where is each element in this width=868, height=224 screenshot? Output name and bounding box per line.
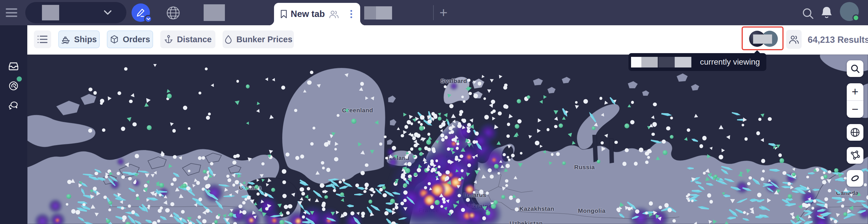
users-icon xyxy=(789,35,799,44)
chat-bubbles-icon xyxy=(8,101,19,110)
new-tab-button[interactable]: + xyxy=(435,4,452,21)
map-canvas[interactable]: SvalbardGreenlandIcelandSwedenNorwayUnit… xyxy=(27,55,868,224)
notifications-button[interactable] xyxy=(820,6,833,20)
user-avatar[interactable] xyxy=(840,2,859,21)
ship-icon xyxy=(61,35,70,44)
tab-menu-button[interactable] xyxy=(349,8,354,20)
sidebar-item-radar[interactable] xyxy=(7,79,20,93)
radar-status-dot xyxy=(17,76,22,82)
chevron-down-icon xyxy=(104,10,112,15)
top-bar: New tab + xyxy=(0,0,868,25)
globe-icon xyxy=(850,127,860,137)
map-search-button[interactable] xyxy=(847,60,863,77)
viewer-name-redacted xyxy=(658,57,675,67)
redacted-topbar-item xyxy=(364,6,392,20)
search-icon xyxy=(801,7,814,20)
lasso-select-button[interactable] xyxy=(847,170,863,187)
bookmark-icon xyxy=(280,10,287,19)
bell-icon xyxy=(820,6,833,20)
filter-bunker-prices-button[interactable]: Bunker Prices xyxy=(223,30,294,48)
filter-distance-button[interactable]: Distance xyxy=(160,30,215,48)
tab-divider xyxy=(433,5,434,20)
zoom-in-button[interactable]: + xyxy=(847,83,863,100)
anchor-icon xyxy=(164,35,173,44)
map-toolbar: Ships Orders Distance Bunker Prices 64,2… xyxy=(27,25,868,55)
droplet-icon xyxy=(224,35,232,44)
tab-new-tab[interactable]: New tab xyxy=(274,3,360,25)
sidebar-item-inbox[interactable] xyxy=(7,60,20,73)
globe-view-button[interactable] xyxy=(847,124,863,141)
polygon-select-button[interactable] xyxy=(847,147,863,164)
filter-label: Bunker Prices xyxy=(237,35,292,44)
redacted-topbar-item xyxy=(204,4,225,21)
zoom-control: + − xyxy=(847,83,863,118)
list-view-button[interactable] xyxy=(34,30,51,48)
radar-icon xyxy=(9,81,19,91)
viewer-name-redacted xyxy=(753,34,772,44)
filter-label: Orders xyxy=(123,35,150,44)
tooltip-text: currently viewing xyxy=(700,58,760,67)
search-icon xyxy=(850,64,860,73)
results-count: 64,213 Results xyxy=(808,25,868,55)
workspace-logo-redacted xyxy=(42,5,59,21)
polygon-icon xyxy=(850,150,860,161)
tab-title: New tab xyxy=(291,9,325,19)
filter-label: Distance xyxy=(177,35,212,44)
filter-ships-button[interactable]: Ships xyxy=(58,30,100,48)
filter-label: Ships xyxy=(74,35,97,44)
viewer-name-redacted xyxy=(675,57,691,67)
collaborators-button[interactable] xyxy=(786,30,802,49)
currently-viewing-tooltip: currently viewing xyxy=(628,53,766,71)
sidebar-item-chat[interactable] xyxy=(7,99,20,112)
edit-dropdown-badge[interactable] xyxy=(144,15,152,23)
global-search-button[interactable] xyxy=(801,7,814,20)
chevron-down-icon xyxy=(147,18,150,21)
cube-icon xyxy=(110,35,119,44)
current-viewers-highlighted[interactable] xyxy=(742,26,783,50)
filter-orders-button[interactable]: Orders xyxy=(107,30,153,48)
hamburger-menu-button[interactable] xyxy=(5,7,18,18)
left-sidebar xyxy=(0,25,27,224)
zoom-out-button[interactable]: − xyxy=(847,101,863,118)
pencil-icon xyxy=(136,8,146,18)
globe-icon xyxy=(166,6,180,20)
list-icon xyxy=(38,35,48,44)
globe-button[interactable] xyxy=(166,6,180,20)
viewer-name-redacted xyxy=(631,57,641,67)
edit-button[interactable] xyxy=(131,3,150,22)
online-status-dot xyxy=(852,14,859,21)
shared-users-icon xyxy=(329,10,339,19)
viewer-name-redacted xyxy=(641,57,658,67)
workspace-selector[interactable] xyxy=(25,2,126,23)
ship-markers xyxy=(27,55,868,224)
lasso-icon xyxy=(850,173,860,184)
inbox-icon xyxy=(9,62,19,70)
